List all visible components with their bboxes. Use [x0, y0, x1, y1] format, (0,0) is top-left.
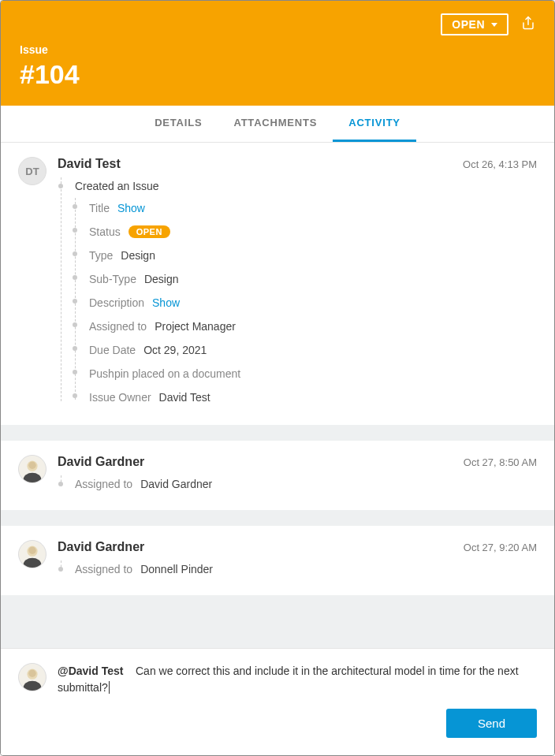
timeline-field-value: David Gardner: [140, 478, 212, 490]
timeline-field-label: Assigned to: [75, 478, 132, 490]
timeline-item: Assigned toProject Manager: [75, 315, 537, 338]
avatar: DT: [18, 157, 47, 185]
timeline-item: TitleShow: [75, 196, 537, 220]
timeline-item: Assigned toDavid Gardner: [61, 474, 537, 494]
timeline-field-value: Oct 29, 2021: [143, 344, 207, 356]
timeline-item: TypeDesign: [75, 244, 537, 267]
activity-timestamp: Oct 27, 9:20 AM: [464, 542, 537, 553]
tab-bar: DETAILS ATTACHMENTS ACTIVITY: [1, 106, 554, 143]
issue-number: #104: [20, 59, 535, 90]
avatar: [18, 455, 47, 483]
comment-text: Can we correct this and include it in th…: [58, 665, 519, 694]
timeline-main-text: Created an Issue: [75, 180, 159, 192]
chevron-down-icon: [491, 23, 497, 27]
timeline-field-label: Due Date: [89, 344, 136, 356]
comment-input[interactable]: @David Test Can we correct this and incl…: [58, 663, 537, 696]
timeline-field-label: Title: [89, 202, 110, 214]
avatar: [18, 540, 47, 568]
timeline-field-value: Project Manager: [155, 320, 236, 333]
timeline-item: DescriptionShow: [75, 291, 537, 315]
activity-card: DTDavid TestOct 26, 4:13 PMCreated an Is…: [1, 143, 554, 425]
timeline-item: Created an Issue: [61, 176, 537, 196]
timeline-sublist: TitleShowStatusOPENTypeDesignSub-TypeDes…: [75, 196, 537, 409]
activity-timestamp: Oct 27, 8:50 AM: [464, 456, 537, 468]
status-dropdown-button[interactable]: OPEN: [441, 13, 508, 35]
svg-point-12: [28, 670, 35, 677]
timeline-item: Issue OwnerDavid Test: [75, 385, 537, 409]
timeline-field-label: Status: [89, 225, 121, 238]
activity-timeline: Assigned toDavid Gardner: [61, 474, 537, 494]
timeline-field-value: David Test: [159, 391, 210, 404]
tab-activity[interactable]: ACTIVITY: [333, 106, 416, 142]
svg-point-4: [28, 462, 35, 469]
timeline-item: Sub-TypeDesign: [75, 267, 537, 291]
activity-timestamp: Oct 26, 4:13 PM: [463, 158, 537, 170]
activity-author: David Gardner: [58, 455, 144, 469]
timeline-item: StatusOPEN: [75, 220, 537, 244]
comment-composer: @David Test Can we correct this and incl…: [1, 648, 554, 755]
svg-point-8: [28, 547, 35, 554]
share-icon[interactable]: [521, 16, 535, 33]
timeline-item: Due DateOct 29, 2021: [75, 338, 537, 362]
activity-timeline: Assigned toDonnell Pinder: [61, 559, 537, 579]
issue-type-label: Issue: [20, 43, 535, 56]
timeline-field-value: Design: [144, 273, 179, 285]
timeline-field-value: Donnell Pinder: [140, 563, 213, 575]
timeline-field-label: Description: [89, 296, 144, 309]
activity-author: David Gardner: [58, 540, 144, 554]
activity-author: David Test: [58, 157, 121, 171]
tab-attachments[interactable]: ATTACHMENTS: [218, 106, 333, 142]
mention-chip[interactable]: @David Test: [58, 665, 123, 677]
timeline-field-value: Design: [121, 249, 155, 262]
send-button[interactable]: Send: [446, 709, 537, 738]
timeline-field-label: Type: [89, 249, 113, 262]
status-badge: OPEN: [129, 225, 170, 238]
timeline-item: Pushpin placed on a document: [75, 362, 537, 385]
timeline-field-label: Assigned to: [89, 320, 147, 333]
show-link[interactable]: Show: [117, 202, 145, 214]
timeline-field-label: Assigned to: [75, 563, 132, 575]
timeline-item: Assigned toDonnell Pinder: [61, 559, 537, 579]
activity-timeline: Created an IssueTitleShowStatusOPENTypeD…: [61, 176, 537, 409]
issue-panel: OPEN Issue #104 DETAILS ATTACHMENTS ACTI…: [0, 0, 555, 756]
issue-header: OPEN Issue #104: [1, 1, 554, 106]
timeline-field-label: Issue Owner: [89, 391, 151, 404]
show-link[interactable]: Show: [152, 296, 180, 309]
activity-list[interactable]: DTDavid TestOct 26, 4:13 PMCreated an Is…: [1, 143, 554, 648]
tab-details[interactable]: DETAILS: [139, 106, 218, 142]
text-cursor: [109, 681, 110, 694]
activity-card: David GardnerOct 27, 9:20 AMAssigned toD…: [1, 526, 554, 595]
status-dropdown-label: OPEN: [452, 18, 485, 31]
avatar: [18, 663, 47, 691]
activity-card: David GardnerOct 27, 8:50 AMAssigned toD…: [1, 441, 554, 510]
timeline-field-label: Sub-Type: [89, 273, 136, 285]
timeline-text: Pushpin placed on a document: [89, 367, 240, 380]
